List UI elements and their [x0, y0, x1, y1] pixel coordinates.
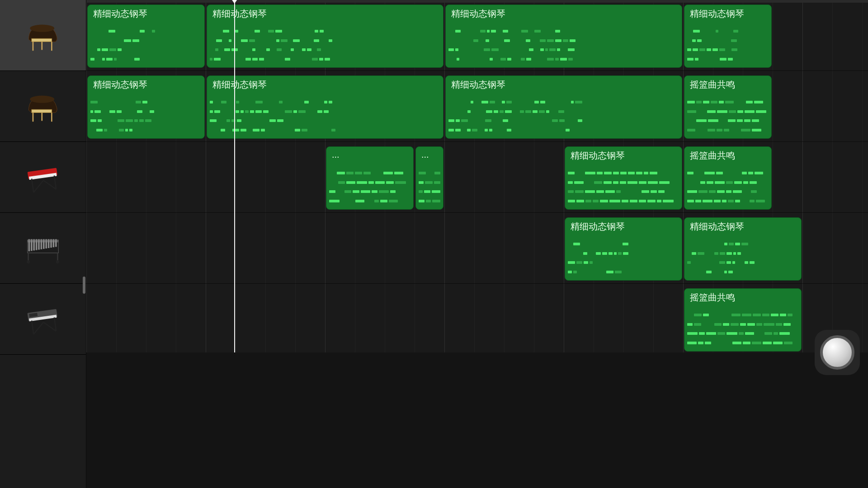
region-label: ...	[332, 150, 410, 160]
vertical-scroll-thumb[interactable]	[83, 277, 85, 294]
track-lane[interactable]: 精细动态钢琴精细动态钢琴精细动态钢琴精细动态钢琴	[86, 0, 868, 71]
svg-point-34	[27, 260, 30, 263]
track-header-list	[0, 0, 86, 488]
svg-rect-25	[43, 239, 45, 249]
daw-arrangement-view: 精细动态钢琴精细动态钢琴精细动态钢琴精细动态钢琴精细动态钢琴精细动态钢琴精细动态…	[0, 0, 868, 488]
track-header[interactable]	[0, 142, 86, 213]
svg-point-0	[30, 25, 54, 32]
svg-rect-4	[51, 42, 52, 51]
track-header[interactable]	[0, 213, 86, 284]
midi-region[interactable]: 精细动态钢琴	[445, 5, 682, 68]
synth-keyboard-icon	[23, 299, 63, 339]
midi-region[interactable]: 精细动态钢琴	[684, 5, 772, 68]
svg-rect-29	[53, 239, 55, 247]
midi-region[interactable]: 摇篮曲共鸣	[684, 146, 772, 210]
svg-rect-24	[41, 239, 42, 249]
svg-rect-5	[41, 42, 42, 50]
midi-region[interactable]: 精细动态钢琴	[87, 5, 205, 68]
arrangement-area[interactable]: 精细动态钢琴精细动态钢琴精细动态钢琴精细动态钢琴精细动态钢琴精细动态钢琴精细动态…	[86, 0, 868, 488]
region-label: 摇篮曲共鸣	[690, 150, 768, 162]
svg-rect-7	[32, 109, 52, 113]
assistive-touch-icon	[820, 335, 854, 370]
region-label: 精细动态钢琴	[93, 8, 201, 20]
track-lane[interactable]: 精细动态钢琴精细动态钢琴	[86, 213, 868, 284]
midi-region[interactable]: ...	[326, 146, 414, 210]
midi-region[interactable]: 精细动态钢琴	[87, 75, 205, 139]
region-label: 精细动态钢琴	[93, 79, 201, 91]
midi-region[interactable]: 精细动态钢琴	[207, 5, 443, 68]
svg-rect-19	[28, 239, 30, 251]
svg-rect-27	[48, 239, 50, 248]
svg-rect-22	[36, 239, 38, 250]
svg-line-41	[32, 322, 45, 334]
region-label: 精细动态钢琴	[212, 79, 439, 91]
midi-region[interactable]: 摇篮曲共鸣	[684, 75, 772, 139]
svg-line-14	[32, 179, 33, 192]
svg-rect-3	[33, 42, 34, 51]
midi-region[interactable]: 摇篮曲共鸣	[684, 288, 802, 352]
region-label: 精细动态钢琴	[212, 8, 439, 20]
region-label: 精细动态钢琴	[571, 221, 678, 233]
vibraphone-icon	[23, 228, 63, 268]
track-lane[interactable]: 摇篮曲共鸣	[86, 284, 868, 355]
svg-line-39	[32, 321, 33, 334]
track-header[interactable]	[0, 71, 86, 142]
region-label: 精细动态钢琴	[571, 150, 678, 162]
assistive-touch-button[interactable]	[815, 330, 860, 375]
svg-rect-30	[55, 239, 57, 247]
svg-rect-28	[50, 239, 52, 248]
region-label: 摇篮曲共鸣	[690, 291, 797, 304]
region-label: 精细动态钢琴	[451, 8, 678, 20]
midi-region[interactable]: ...	[415, 146, 443, 210]
grand-piano-icon	[23, 15, 63, 56]
svg-rect-20	[31, 239, 33, 251]
region-label: 精细动态钢琴	[690, 221, 797, 233]
svg-rect-21	[33, 239, 35, 250]
midi-region[interactable]: 精细动态钢琴	[565, 217, 682, 281]
timeline-ruler[interactable]	[86, 0, 868, 3]
svg-point-6	[30, 96, 54, 103]
red-keyboard-icon	[23, 157, 63, 197]
svg-rect-1	[32, 38, 52, 42]
region-label: 精细动态钢琴	[690, 8, 768, 20]
svg-line-40	[54, 317, 56, 331]
svg-line-15	[54, 175, 56, 189]
track-header[interactable]	[0, 284, 86, 355]
svg-line-16	[32, 180, 45, 192]
svg-rect-26	[45, 239, 47, 249]
svg-rect-9	[33, 113, 34, 122]
playhead[interactable]	[234, 0, 235, 352]
midi-region[interactable]: 精细动态钢琴	[684, 217, 802, 281]
svg-rect-10	[51, 113, 52, 122]
svg-rect-11	[41, 113, 42, 121]
track-lane[interactable]: ......精细动态钢琴摇篮曲共鸣	[86, 142, 868, 213]
region-label: 精细动态钢琴	[451, 79, 678, 91]
svg-point-35	[56, 260, 59, 263]
svg-rect-23	[38, 239, 40, 249]
svg-line-42	[43, 321, 56, 333]
track-header[interactable]	[0, 0, 86, 71]
svg-line-17	[43, 179, 56, 191]
region-label: 摇篮曲共鸣	[690, 79, 768, 91]
grand-piano-icon	[23, 86, 63, 127]
track-lane[interactable]: 精细动态钢琴精细动态钢琴精细动态钢琴摇篮曲共鸣	[86, 71, 868, 142]
midi-region[interactable]: 精细动态钢琴	[445, 75, 682, 139]
midi-region[interactable]: 精细动态钢琴	[207, 75, 443, 139]
region-label: ...	[421, 150, 439, 160]
midi-region[interactable]: 精细动态钢琴	[565, 146, 682, 210]
